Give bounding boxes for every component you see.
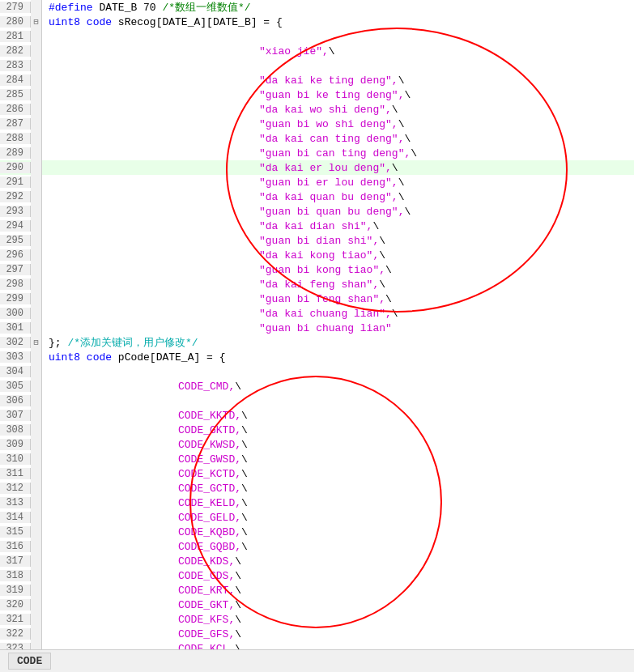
fold-icon bbox=[31, 204, 42, 219]
fold-icon bbox=[31, 248, 42, 262]
line-content: "guan bi kong tiao",\ bbox=[42, 264, 634, 276]
line-content: "guan bi feng shan",\ bbox=[42, 293, 634, 305]
fold-icon bbox=[31, 44, 42, 58]
line-number: 310 bbox=[0, 453, 31, 465]
fold-icon bbox=[31, 364, 42, 379]
line-content: uint8 code sRecog[DATE_A][DATE_B] = { bbox=[42, 16, 634, 28]
code-line-285: 285"guan bi ke ting deng",\ bbox=[0, 87, 634, 102]
code-line-308: 308CODE_GKTD,\ bbox=[0, 423, 634, 437]
line-number: 279 bbox=[0, 2, 31, 13]
line-content: CODE_CMD,\ bbox=[42, 381, 634, 393]
status-bar: CODE bbox=[0, 649, 634, 672]
code-line-320: 320CODE_GKT,\ bbox=[0, 598, 634, 612]
line-number: 299 bbox=[0, 293, 31, 304]
line-content: "xiao jie",\ bbox=[42, 45, 634, 57]
code-area: 279#define DATE_B 70 /*数组一维数值*/280⊟uint8… bbox=[0, 0, 634, 672]
code-line-307: 307CODE_KKTD,\ bbox=[0, 408, 634, 423]
fold-icon bbox=[31, 437, 42, 452]
code-line-294: 294"da kai dian shi",\ bbox=[0, 219, 634, 233]
line-content: CODE_KRT,\ bbox=[42, 585, 634, 597]
line-content: CODE_KCTD,\ bbox=[42, 468, 634, 480]
line-content: CODE_KFS,\ bbox=[42, 614, 634, 626]
fold-icon bbox=[31, 510, 42, 525]
line-content: "da kai can ting deng",\ bbox=[42, 133, 634, 145]
line-number: 282 bbox=[0, 45, 31, 57]
line-content: }; /*添加关键词，用户修改*/ bbox=[42, 335, 634, 350]
code-line-291: 291"guan bi er lou deng",\ bbox=[0, 175, 634, 189]
code-line-298: 298"da kai feng shan",\ bbox=[0, 277, 634, 291]
line-number: 292 bbox=[0, 191, 31, 202]
line-number: 315 bbox=[0, 526, 31, 538]
line-number: 311 bbox=[0, 468, 31, 479]
line-number: 285 bbox=[0, 89, 31, 100]
line-number: 291 bbox=[0, 177, 31, 188]
line-content: "guan bi ke ting deng",\ bbox=[42, 89, 634, 101]
line-number: 293 bbox=[0, 206, 31, 217]
fold-icon[interactable]: ⊟ bbox=[31, 15, 42, 29]
line-number: 313 bbox=[0, 497, 31, 508]
code-line-292: 292"da kai quan bu deng",\ bbox=[0, 189, 634, 204]
code-line-300: 300"da kai chuang lian",\ bbox=[0, 306, 634, 321]
line-content: CODE_GFS,\ bbox=[42, 628, 634, 640]
line-content: "guan bi er lou deng",\ bbox=[42, 177, 634, 189]
code-line-283: 283 bbox=[0, 58, 634, 73]
fold-icon bbox=[31, 554, 42, 568]
code-line-281: 281 bbox=[0, 29, 634, 44]
line-content: "guan bi dian shi",\ bbox=[42, 235, 634, 247]
code-line-316: 316CODE_GQBD,\ bbox=[0, 539, 634, 554]
line-content: "da kai feng shan",\ bbox=[42, 279, 634, 291]
fold-icon bbox=[31, 73, 42, 87]
code-line-279: 279#define DATE_B 70 /*数组一维数值*/ bbox=[0, 0, 634, 15]
line-content: CODE_KWSD,\ bbox=[42, 439, 634, 451]
fold-icon bbox=[31, 219, 42, 233]
code-line-288: 288"da kai can ting deng",\ bbox=[0, 131, 634, 146]
line-content bbox=[42, 31, 634, 43]
line-number: 287 bbox=[0, 118, 31, 130]
line-number: 305 bbox=[0, 381, 31, 392]
fold-icon bbox=[31, 102, 42, 117]
line-content: "guan bi quan bu deng",\ bbox=[42, 206, 634, 218]
code-line-289: 289"guan bi can ting deng",\ bbox=[0, 146, 634, 160]
line-content: CODE_KELD,\ bbox=[42, 497, 634, 509]
fold-icon[interactable]: ⊟ bbox=[31, 335, 42, 350]
line-content: uint8 code pCode[DATE_A] = { bbox=[42, 351, 634, 364]
code-line-302: 302⊟ }; /*添加关键词，用户修改*/ bbox=[0, 335, 634, 350]
line-number: 302 bbox=[0, 337, 31, 348]
fold-icon bbox=[31, 277, 42, 291]
line-number: 284 bbox=[0, 74, 31, 86]
line-content: CODE_GDS,\ bbox=[42, 570, 634, 582]
fold-icon bbox=[31, 539, 42, 554]
line-number: 280 bbox=[0, 16, 31, 28]
line-number: 308 bbox=[0, 424, 31, 436]
code-line-293: 293"guan bi quan bu deng",\ bbox=[0, 204, 634, 219]
fold-icon bbox=[31, 350, 42, 364]
line-content: #define DATE_B 70 /*数组一维数值*/ bbox=[42, 0, 634, 15]
fold-icon bbox=[31, 583, 42, 598]
line-number: 317 bbox=[0, 555, 31, 567]
fold-icon bbox=[31, 598, 42, 612]
fold-icon bbox=[31, 568, 42, 583]
code-line-290: 290"da kai er lou deng",\ bbox=[0, 160, 634, 175]
code-line-318: 318CODE_GDS,\ bbox=[0, 568, 634, 583]
fold-icon bbox=[31, 29, 42, 44]
line-content: CODE_KKTD,\ bbox=[42, 410, 634, 422]
line-number: 296 bbox=[0, 249, 31, 261]
line-number: 298 bbox=[0, 279, 31, 290]
fold-icon bbox=[31, 189, 42, 204]
code-line-280: 280⊟uint8 code sRecog[DATE_A][DATE_B] = … bbox=[0, 15, 634, 29]
code-line-286: 286"da kai wo shi deng",\ bbox=[0, 102, 634, 117]
fold-icon bbox=[31, 146, 42, 160]
fold-icon bbox=[31, 612, 42, 627]
line-number: 301 bbox=[0, 322, 31, 334]
line-content: "guan bi can ting deng",\ bbox=[42, 147, 634, 159]
editor-container: 279#define DATE_B 70 /*数组一维数值*/280⊟uint8… bbox=[0, 0, 634, 672]
line-number: 309 bbox=[0, 439, 31, 450]
fold-icon bbox=[31, 175, 42, 189]
code-line-313: 313CODE_KELD,\ bbox=[0, 495, 634, 510]
code-line-309: 309CODE_KWSD,\ bbox=[0, 437, 634, 452]
line-number: 306 bbox=[0, 395, 31, 406]
code-line-314: 314CODE_GELD,\ bbox=[0, 510, 634, 525]
fold-icon bbox=[31, 160, 42, 175]
line-number: 307 bbox=[0, 410, 31, 421]
code-line-315: 315CODE_KQBD,\ bbox=[0, 525, 634, 539]
